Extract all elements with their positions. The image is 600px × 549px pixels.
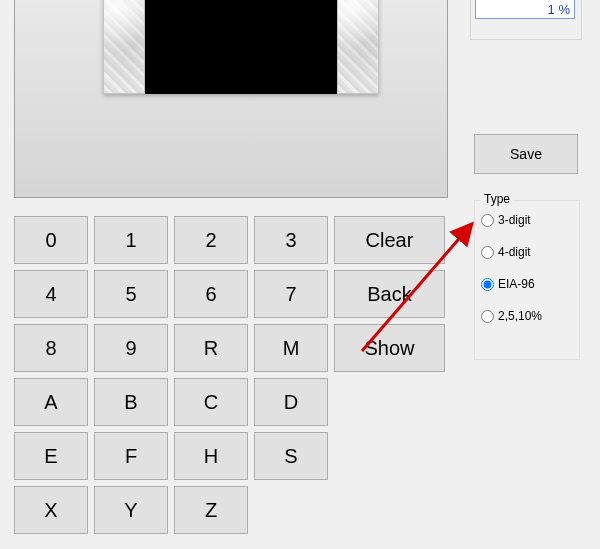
key-f[interactable]: F [94, 432, 168, 480]
back-button[interactable]: Back [334, 270, 445, 318]
key-6[interactable]: 6 [174, 270, 248, 318]
tolerance-group: Tolerance [470, 0, 582, 40]
type-radio[interactable] [481, 246, 494, 259]
tolerance-input[interactable] [475, 0, 575, 19]
smd-right-cap [337, 0, 379, 94]
key-9[interactable]: 9 [94, 324, 168, 372]
key-z[interactable]: Z [174, 486, 248, 534]
type-radio[interactable] [481, 278, 494, 291]
type-option-label: 2,5,10% [498, 309, 542, 323]
key-4[interactable]: 4 [14, 270, 88, 318]
key-x[interactable]: X [14, 486, 88, 534]
type-label: Type [481, 192, 513, 206]
key-d[interactable]: D [254, 378, 328, 426]
key-0[interactable]: 0 [14, 216, 88, 264]
type-option-eia-96[interactable]: EIA-96 [481, 277, 542, 291]
key-c[interactable]: C [174, 378, 248, 426]
type-option-label: EIA-96 [498, 277, 535, 291]
type-radio[interactable] [481, 214, 494, 227]
clear-button[interactable]: Clear [334, 216, 445, 264]
type-option-3-digit[interactable]: 3-digit [481, 213, 542, 227]
keypad: 0123Clear4567Back89RMShowABCDEFHSXYZ [14, 216, 446, 540]
key-m[interactable]: M [254, 324, 328, 372]
key-s[interactable]: S [254, 432, 328, 480]
key-a[interactable]: A [14, 378, 88, 426]
type-option-label: 4-digit [498, 245, 531, 259]
type-option-label: 3-digit [498, 213, 531, 227]
key-8[interactable]: 8 [14, 324, 88, 372]
key-1[interactable]: 1 [94, 216, 168, 264]
save-button[interactable]: Save [474, 134, 578, 174]
key-e[interactable]: E [14, 432, 88, 480]
smd-body [145, 0, 337, 94]
key-5[interactable]: 5 [94, 270, 168, 318]
key-7[interactable]: 7 [254, 270, 328, 318]
type-group: Type 3-digit4-digitEIA-962,5,10% [474, 200, 580, 360]
key-3[interactable]: 3 [254, 216, 328, 264]
resistor-display-panel [14, 0, 448, 198]
key-b[interactable]: B [94, 378, 168, 426]
key-h[interactable]: H [174, 432, 248, 480]
key-2[interactable]: 2 [174, 216, 248, 264]
type-radio[interactable] [481, 310, 494, 323]
type-option-2-5-10-[interactable]: 2,5,10% [481, 309, 542, 323]
key-y[interactable]: Y [94, 486, 168, 534]
smd-left-cap [103, 0, 145, 94]
key-r[interactable]: R [174, 324, 248, 372]
type-option-4-digit[interactable]: 4-digit [481, 245, 542, 259]
show-button[interactable]: Show [334, 324, 445, 372]
smd-resistor-image [103, 0, 379, 94]
